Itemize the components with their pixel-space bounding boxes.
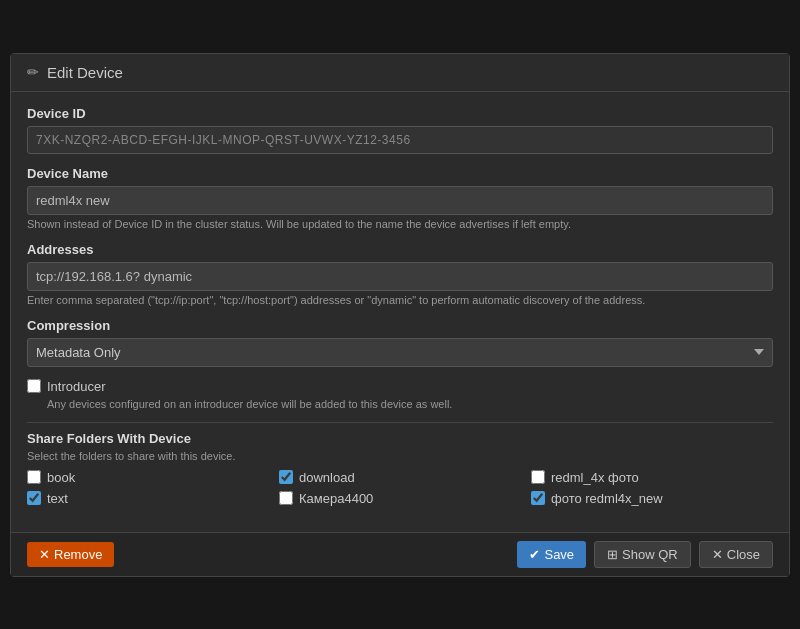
show-qr-button[interactable]: ⊞ Show QR — [594, 541, 691, 568]
folder-item-photo-redml4x-new: фото redml4x_new — [531, 491, 773, 506]
folder-item-text: text — [27, 491, 269, 506]
addresses-input[interactable] — [27, 262, 773, 291]
folder-item-book: book — [27, 470, 269, 485]
modal-overlay: ✏ Edit Device Device ID Device Name Show… — [0, 0, 800, 629]
introducer-label[interactable]: Introducer — [47, 379, 106, 394]
save-button[interactable]: ✔ Save — [517, 541, 586, 568]
close-label: Close — [727, 547, 760, 562]
compression-label: Compression — [27, 318, 773, 333]
share-folders-group: Share Folders With Device Select the fol… — [27, 431, 773, 506]
modal-title: Edit Device — [47, 64, 123, 81]
folder-download-label[interactable]: download — [299, 470, 355, 485]
folder-text-checkbox[interactable] — [27, 491, 41, 505]
folders-grid: book download redml_4x фото text — [27, 470, 773, 506]
folder-text-label[interactable]: text — [47, 491, 68, 506]
footer-right: ✔ Save ⊞ Show QR ✕ Close — [517, 541, 773, 568]
folder-camera4400-checkbox[interactable] — [279, 491, 293, 505]
remove-button[interactable]: ✕ Remove — [27, 542, 114, 567]
folder-photo-redml4x-new-checkbox[interactable] — [531, 491, 545, 505]
folder-book-checkbox[interactable] — [27, 470, 41, 484]
folder-item-redml4x-photo: redml_4x фото — [531, 470, 773, 485]
remove-icon: ✕ — [39, 547, 50, 562]
folder-redml4x-photo-checkbox[interactable] — [531, 470, 545, 484]
folder-download-checkbox[interactable] — [279, 470, 293, 484]
introducer-row: Introducer — [27, 379, 773, 394]
compression-select[interactable]: Metadata Only Always Never — [27, 338, 773, 367]
folder-camera4400-label[interactable]: Камера4400 — [299, 491, 373, 506]
save-icon: ✔ — [529, 547, 540, 562]
folder-photo-redml4x-new-label[interactable]: фото redml4x_new — [551, 491, 663, 506]
edit-device-modal: ✏ Edit Device Device ID Device Name Show… — [10, 53, 790, 577]
device-name-label: Device Name — [27, 166, 773, 181]
compression-group: Compression Metadata Only Always Never — [27, 318, 773, 367]
folder-item-download: download — [279, 470, 521, 485]
folder-book-label[interactable]: book — [47, 470, 75, 485]
close-icon: ✕ — [712, 547, 723, 562]
device-id-group: Device ID — [27, 106, 773, 154]
addresses-label: Addresses — [27, 242, 773, 257]
device-name-group: Device Name Shown instead of Device ID i… — [27, 166, 773, 230]
addresses-group: Addresses Enter comma separated ("tcp://… — [27, 242, 773, 306]
device-name-hint: Shown instead of Device ID in the cluste… — [27, 218, 773, 230]
device-id-label: Device ID — [27, 106, 773, 121]
folder-redml4x-photo-label[interactable]: redml_4x фото — [551, 470, 639, 485]
introducer-checkbox[interactable] — [27, 379, 41, 393]
save-label: Save — [544, 547, 574, 562]
introducer-hint: Any devices configured on an introducer … — [47, 398, 773, 410]
divider — [27, 422, 773, 423]
modal-header: ✏ Edit Device — [11, 54, 789, 92]
show-qr-icon: ⊞ — [607, 547, 618, 562]
remove-label: Remove — [54, 547, 102, 562]
modal-body: Device ID Device Name Shown instead of D… — [11, 92, 789, 532]
device-id-input — [27, 126, 773, 154]
modal-footer: ✕ Remove ✔ Save ⊞ Show QR ✕ Close — [11, 532, 789, 576]
footer-left: ✕ Remove — [27, 542, 114, 567]
show-qr-label: Show QR — [622, 547, 678, 562]
introducer-group: Introducer Any devices configured on an … — [27, 379, 773, 410]
addresses-hint: Enter comma separated ("tcp://ip:port", … — [27, 294, 773, 306]
device-name-input[interactable] — [27, 186, 773, 215]
folder-item-camera4400: Камера4400 — [279, 491, 521, 506]
close-button[interactable]: ✕ Close — [699, 541, 773, 568]
edit-icon: ✏ — [27, 64, 39, 80]
share-folders-hint: Select the folders to share with this de… — [27, 450, 773, 462]
share-folders-title: Share Folders With Device — [27, 431, 773, 446]
